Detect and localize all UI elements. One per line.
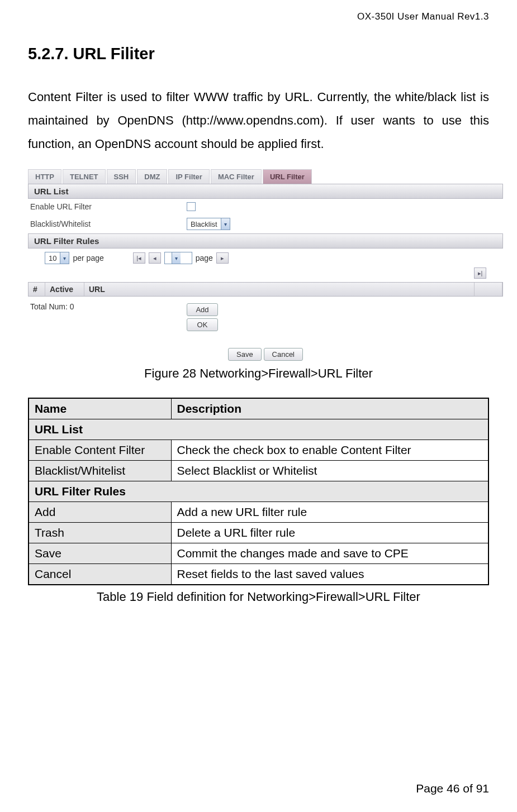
- blacklist-whitelist-select[interactable]: Blacklist ▾: [187, 218, 230, 230]
- page-label: page: [196, 254, 213, 262]
- table-section-url-filter-rules: URL Filter Rules: [29, 481, 488, 502]
- table-row-desc: Check the check box to enable Content Fi…: [171, 440, 488, 461]
- document-header: OX-350I User Manual Rev1.3: [28, 11, 489, 22]
- select-value: Blacklist: [187, 220, 221, 228]
- page-footer: Page 46 of 91: [416, 782, 489, 795]
- tab-mac-filter[interactable]: MAC Filter: [211, 169, 262, 184]
- per-page-label: per page: [73, 254, 103, 262]
- figure-caption: Figure 28 Networking>Firewall>URL Filter: [28, 366, 489, 381]
- table-row: Trash: [29, 523, 171, 543]
- chevron-down-icon: ▾: [172, 252, 181, 264]
- tab-telnet[interactable]: TELNET: [63, 169, 106, 184]
- rules-table-header: # Active URL: [28, 282, 503, 297]
- url-list-section-bar: URL List: [28, 184, 503, 199]
- table-row: Save: [29, 543, 171, 564]
- col-active: Active: [45, 283, 84, 296]
- table-row-desc: Delete a URL filter rule: [171, 523, 488, 543]
- table-caption: Table 19 Field definition for Networking…: [28, 590, 489, 604]
- field-definition-table: Name Description URL List Enable Content…: [28, 398, 489, 585]
- table-row: Cancel: [29, 564, 171, 585]
- table-row-desc: Add a new URL filter rule: [171, 502, 488, 523]
- save-button[interactable]: Save: [228, 348, 262, 361]
- tab-url-filter[interactable]: URL Filter: [263, 169, 312, 184]
- table-row-desc: Commit the changes made and save to CPE: [171, 543, 488, 564]
- table-row-desc: Reset fields to the last saved values: [171, 564, 488, 585]
- table-row: Add: [29, 502, 171, 523]
- table-row-desc: Select Blacklist or Whitelist: [171, 461, 488, 481]
- table-section-url-list: URL List: [29, 419, 488, 440]
- chevron-down-icon: ▾: [221, 218, 230, 230]
- col-number: #: [29, 283, 45, 296]
- page-select[interactable]: ▾: [164, 252, 192, 264]
- tab-http[interactable]: HTTP: [28, 169, 61, 184]
- last-page-icon[interactable]: ▸|: [474, 268, 486, 279]
- blacklist-whitelist-label: Blacklist/Whitelist: [30, 219, 187, 228]
- per-page-value: 10: [45, 254, 60, 262]
- table-row: Enable Content Filter: [29, 440, 171, 461]
- enable-url-filter-checkbox[interactable]: [187, 202, 196, 211]
- tab-row: HTTP TELNET SSH DMZ IP Filter MAC Filter…: [28, 169, 503, 184]
- ok-button[interactable]: OK: [187, 318, 218, 331]
- th-description: Description: [171, 398, 488, 419]
- prev-page-icon[interactable]: ◂: [149, 252, 161, 264]
- screenshot-figure: HTTP TELNET SSH DMZ IP Filter MAC Filter…: [28, 169, 503, 361]
- url-filter-rules-section-bar: URL Filter Rules: [28, 233, 503, 249]
- section-heading: 5.2.7. URL Filiter: [28, 45, 489, 63]
- chevron-down-icon: ▾: [60, 252, 69, 264]
- per-page-select[interactable]: 10 ▾: [45, 252, 69, 264]
- tab-ssh[interactable]: SSH: [107, 169, 136, 184]
- first-page-icon[interactable]: |◂: [133, 252, 145, 264]
- intro-paragraph: Content Filter is used to filter WWW tra…: [28, 85, 489, 155]
- col-trash: [475, 283, 502, 296]
- total-num-label: Total Num: 0: [30, 302, 187, 311]
- add-button[interactable]: Add: [187, 303, 218, 316]
- tab-ip-filter[interactable]: IP Filter: [168, 169, 209, 184]
- th-name: Name: [29, 398, 171, 419]
- col-url: URL: [84, 283, 475, 296]
- enable-url-filter-label: Enable URL Filter: [30, 202, 187, 211]
- next-page-icon[interactable]: ▸: [216, 252, 229, 264]
- cancel-button[interactable]: Cancel: [264, 348, 303, 361]
- tab-dmz[interactable]: DMZ: [137, 169, 167, 184]
- table-row: Blacklist/Whitelist: [29, 461, 171, 481]
